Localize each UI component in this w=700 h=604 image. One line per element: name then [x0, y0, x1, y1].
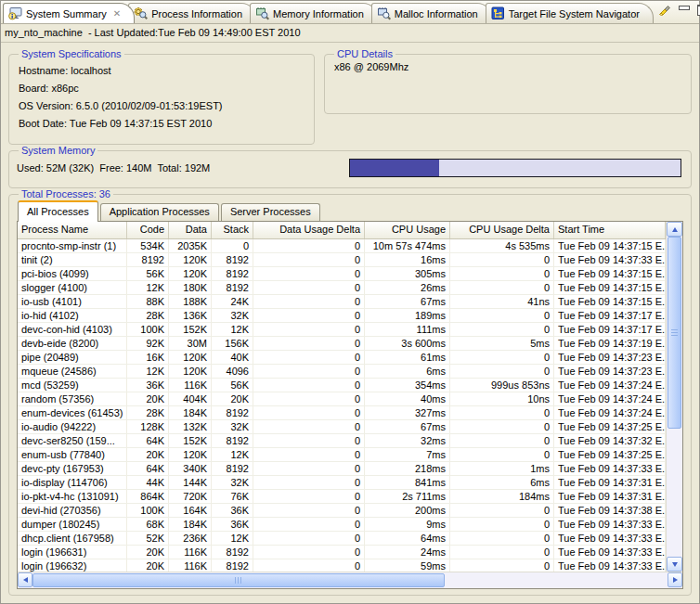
tab-all-processes[interactable]: All Processes	[18, 200, 98, 222]
table-cell: Tue Feb 09 14:37:31 E.	[554, 476, 666, 489]
table-cell: 61ms	[365, 351, 450, 364]
table-row[interactable]: procnto-smp-instr (1)534K2035K0010m 57s …	[18, 239, 666, 253]
table-cell: dhcp.client (167958)	[18, 532, 127, 545]
table-cell: 305ms	[365, 267, 450, 280]
table-row[interactable]: devc-pty (167953)64K340K81920218ms1msTue…	[18, 462, 666, 476]
table-cell: Tue Feb 09 14:37:17 E.	[554, 323, 666, 336]
table-cell: 5ms	[450, 337, 554, 350]
table-cell: mcd (53259)	[18, 379, 127, 392]
table-cell: 2s 711ms	[365, 490, 450, 503]
column-header[interactable]: Data	[169, 222, 212, 238]
target-file-system-navigator-icon	[491, 6, 505, 20]
horizontal-scrollbar-track[interactable]	[445, 572, 668, 588]
table-row[interactable]: tinit (2)8192120K8192016ms0Tue Feb 09 14…	[18, 253, 666, 267]
table-cell: 20K	[127, 448, 169, 461]
table-cell: 20K	[127, 546, 169, 559]
table-cell: 6ms	[365, 365, 450, 378]
tab-memory-information[interactable]: Memory Information	[250, 3, 378, 23]
scroll-down-button[interactable]	[667, 557, 682, 572]
table-row[interactable]: pipe (20489)16K120K40K061ms0Tue Feb 09 1…	[18, 351, 666, 365]
system-summary-view-window: System Summary ✕ Process Information Mem…	[0, 0, 700, 604]
table-row[interactable]: devc-ser8250 (159...64K152K8192032ms0Tue…	[18, 434, 666, 448]
column-header[interactable]: Code	[127, 222, 169, 238]
table-cell: 0	[253, 253, 365, 266]
table-row[interactable]: io-usb (4101)88K188K24K067ms41nsTue Feb …	[18, 295, 666, 309]
table-row[interactable]: io-audio (94222)128K132K32K067ms0Tue Feb…	[18, 420, 666, 434]
close-icon[interactable]: ✕	[113, 8, 121, 19]
tab-application-processes[interactable]: Application Processes	[100, 203, 219, 221]
table-row[interactable]: login (196631)20K116K8192024ms0Tue Feb 0…	[18, 546, 666, 559]
table-cell: pipe (20489)	[18, 351, 127, 364]
table-cell: mqueue (24586)	[18, 365, 127, 378]
table-row[interactable]: dhcp.client (167958)52K236K12K064ms0Tue …	[18, 532, 666, 546]
table-cell: 28K	[127, 309, 169, 322]
table-row[interactable]: dumper (180245)68K184K36K09ms0Tue Feb 09…	[18, 518, 666, 532]
table-cell: 8192	[212, 462, 253, 475]
tab-server-processes[interactable]: Server Processes	[221, 203, 320, 221]
column-header[interactable]: Data Usage Delta	[253, 222, 365, 238]
table-cell: 10m 57s 474ms	[365, 239, 450, 252]
table-row[interactable]: enum-devices (61453)28K184K81920327ms0Tu…	[18, 406, 666, 420]
table-row[interactable]: random (57356)20K404K20K040ms10nsTue Feb…	[18, 392, 666, 406]
table-row[interactable]: io-hid (4102)28K136K32K0189ms0Tue Feb 09…	[18, 309, 666, 323]
column-header[interactable]: CPU Usage Delta	[450, 222, 554, 238]
table-cell: 9ms	[365, 518, 450, 531]
table-row[interactable]: enum-usb (77840)20K120K12K07ms0Tue Feb 0…	[18, 448, 666, 462]
column-header[interactable]: CPU Usage	[365, 222, 450, 238]
tab-malloc-information[interactable]: Malloc Information	[371, 3, 492, 23]
vertical-scrollbar-thumb[interactable]	[668, 237, 681, 429]
table-row[interactable]: slogger (4100)12K180K8192026ms0Tue Feb 0…	[18, 281, 666, 295]
table-row[interactable]: io-pkt-v4-hc (131091)864K720K76K02s 711m…	[18, 490, 666, 504]
table-cell: 0	[253, 281, 365, 294]
table-cell: 12K	[127, 365, 169, 378]
system-memory-group: System Memory Used: 52M (32K) Free: 140M…	[8, 145, 692, 188]
table-row[interactable]: io-display (114706)44K144K32K0841ms6msTu…	[18, 476, 666, 490]
table-cell: login (196631)	[18, 546, 127, 559]
table-cell: 52K	[127, 532, 169, 545]
table-cell: 0	[450, 281, 554, 294]
scroll-up-button[interactable]	[667, 222, 682, 237]
table-cell: 24ms	[365, 546, 450, 559]
table-cell: 4096	[212, 365, 253, 378]
vertical-scrollbar[interactable]	[666, 222, 682, 572]
table-cell: 184ms	[450, 490, 554, 503]
table-cell: 0	[253, 267, 365, 280]
table-cell: io-usb (4101)	[18, 295, 127, 308]
table-cell: Tue Feb 09 14:37:33 E.	[554, 546, 666, 559]
column-header[interactable]: Stack	[212, 222, 253, 238]
table-row[interactable]: mcd (53259)36K116K56K0354ms999us 853nsTu…	[18, 379, 666, 392]
column-header[interactable]: Process Name	[18, 222, 127, 238]
table-cell: 20K	[127, 392, 169, 405]
table-cell: 2035K	[169, 239, 212, 252]
table-cell: 0	[253, 323, 365, 336]
vertical-scrollbar-track[interactable]	[667, 429, 682, 557]
table-row[interactable]: devc-con-hid (4103)100K152K12K0111ms0Tue…	[18, 323, 666, 337]
table-row[interactable]: login (196632)20K116K8192059ms0Tue Feb 0…	[18, 559, 666, 572]
column-header[interactable]: Start Time	[554, 222, 666, 238]
process-tab-bar: All Processes Application Processes Serv…	[18, 200, 683, 221]
table-cell: 0	[253, 518, 365, 531]
tab-system-summary[interactable]: System Summary ✕	[3, 3, 135, 23]
table-row[interactable]: pci-bios (4099)56K120K81920305ms0Tue Feb…	[18, 267, 666, 281]
table-cell: 144K	[169, 476, 212, 489]
table-row[interactable]: mqueue (24586)12K120K409606ms0Tue Feb 09…	[18, 365, 666, 379]
table-cell: 152K	[169, 434, 212, 447]
target-status-line: my_nto_machine - Last Updated:Tue Feb 09…	[1, 24, 699, 43]
table-cell: 116K	[169, 559, 212, 572]
tab-target-file-system-navigator[interactable]: Target File System Navigator	[486, 3, 654, 23]
scroll-right-button[interactable]	[668, 572, 682, 587]
minimize-icon[interactable]	[679, 6, 690, 10]
table-cell: 0	[450, 559, 554, 572]
scroll-left-button[interactable]	[18, 572, 32, 587]
table-cell: 200ms	[365, 504, 450, 517]
tab-process-information[interactable]: Process Information	[128, 3, 256, 23]
tab-label: Target File System Navigator	[509, 7, 640, 19]
table-row[interactable]: devi-hid (270356)100K164K36K0200ms0Tue F…	[18, 504, 666, 518]
table-cell: 864K	[127, 490, 169, 503]
highlighter-icon[interactable]	[656, 3, 671, 18]
table-cell: slogger (4100)	[18, 281, 127, 294]
horizontal-scrollbar[interactable]	[18, 572, 682, 588]
memory-information-icon	[255, 6, 269, 20]
horizontal-scrollbar-thumb[interactable]	[32, 573, 445, 587]
table-row[interactable]: devb-eide (8200)92K30M156K03s 600ms5msTu…	[18, 337, 666, 351]
